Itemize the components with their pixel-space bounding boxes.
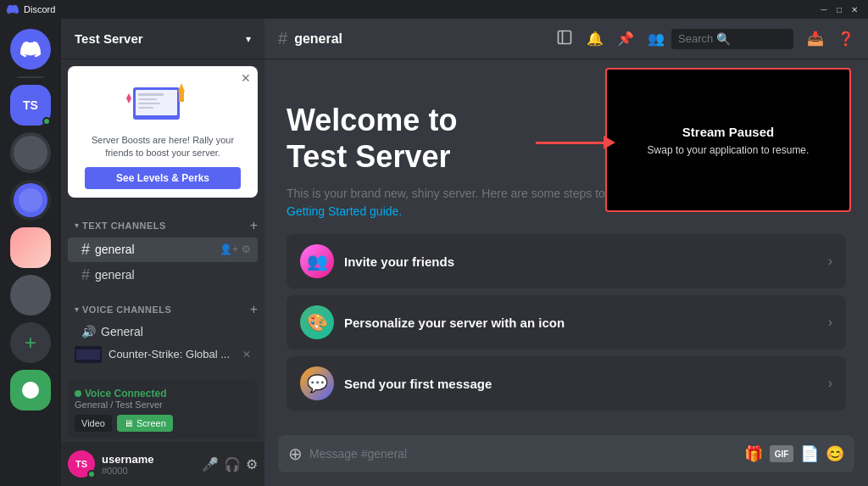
invite-friends-icon: 👥 xyxy=(300,244,334,278)
screen-button[interactable]: 🖥 Screen xyxy=(117,415,173,432)
svg-marker-9 xyxy=(126,93,131,103)
personalize-icon-card[interactable]: 🎨 Personalize your server with an icon › xyxy=(287,295,846,349)
message-input[interactable] xyxy=(309,447,737,461)
getting-started-link[interactable]: Getting Started guide. xyxy=(287,204,402,218)
channel-hash-icon: # xyxy=(81,241,90,259)
channel-item-general-2[interactable]: # general xyxy=(68,263,258,288)
channel-item-general-active[interactable]: # general 👤+ ⚙ xyxy=(68,237,258,262)
user-info: username #0000 xyxy=(102,453,195,476)
emoji-button[interactable]: 😊 xyxy=(826,444,844,463)
svg-rect-6 xyxy=(138,107,153,109)
arrow-line xyxy=(536,142,604,144)
message-input-area: ⊕ 🎁 GIF 📄 😊 xyxy=(264,435,868,486)
titlebar-controls: ─ □ ✕ xyxy=(817,3,861,16)
close-button[interactable]: ✕ xyxy=(848,3,861,16)
first-message-arrow: › xyxy=(828,376,832,391)
voice-channels-title: VOICE CHANNELS xyxy=(82,304,171,315)
first-message-icon: 💬 xyxy=(300,366,334,400)
notifications-icon[interactable]: 🔔 xyxy=(587,31,604,47)
see-levels-perks-button[interactable]: See Levels & Perks xyxy=(85,167,241,189)
stream-paused-subtitle: Swap to your application to resume. xyxy=(648,144,810,156)
headphones-button[interactable]: 🎧 xyxy=(224,456,241,472)
svg-rect-12 xyxy=(559,31,571,43)
inbox-icon[interactable]: 📥 xyxy=(807,31,824,47)
voice-channel-general[interactable]: 🔊 General xyxy=(68,321,258,342)
user-online-dot xyxy=(87,470,96,478)
speaker-icon: 🔊 xyxy=(81,325,96,338)
gift-icon[interactable]: 🎁 xyxy=(744,444,763,463)
main-content: # general 🔔 📌 👥 Search 🔍 📥 ❓ Stream Paus… xyxy=(264,19,868,486)
vc-connected-label: Voice Connected xyxy=(85,388,166,399)
channel-threads-icon[interactable] xyxy=(556,29,573,49)
server-icon-1[interactable] xyxy=(10,132,51,173)
add-member-icon[interactable]: 👤+ xyxy=(220,243,238,255)
titlebar-left: Discord xyxy=(7,3,55,15)
add-server-button[interactable]: + xyxy=(10,322,51,363)
members-icon[interactable]: 👥 xyxy=(648,31,665,47)
vc-status: Voice Connected xyxy=(75,388,251,399)
stream-paused-panel: Stream Paused Swap to your application t… xyxy=(605,68,851,212)
vc-location: General / Test Server xyxy=(75,399,251,410)
add-attachment-button[interactable]: ⊕ xyxy=(288,444,303,464)
channel-sections: ▾ TEXT CHANNELS + # general 👤+ ⚙ # gener… xyxy=(61,204,264,377)
add-text-channel-button[interactable]: + xyxy=(250,218,258,233)
username-display: username xyxy=(102,453,195,466)
svg-rect-8 xyxy=(179,92,184,102)
invite-friends-label: Invite your friends xyxy=(344,254,818,269)
settings-icon[interactable]: ⚙ xyxy=(242,243,251,255)
sticker-icon[interactable]: 📄 xyxy=(800,444,819,463)
screen-icon: 🖥 xyxy=(124,418,133,428)
channel-header-hash: # xyxy=(278,29,287,48)
voice-channels-header[interactable]: ▾ VOICE CHANNELS + xyxy=(61,288,264,321)
pin-icon[interactable]: 📌 xyxy=(617,31,634,47)
add-voice-channel-button[interactable]: + xyxy=(250,302,258,317)
server-icon-avatar[interactable] xyxy=(10,227,51,268)
titlebar-title: Discord xyxy=(24,4,55,14)
svg-point-0 xyxy=(22,382,39,399)
channel-header-name: general xyxy=(294,31,342,47)
personalize-label: Personalize your server with an icon xyxy=(344,316,818,330)
vc-dot xyxy=(75,390,81,397)
user-controls: 🎤 🎧 ⚙ xyxy=(202,456,258,472)
csgo-thumbnail xyxy=(75,346,102,363)
discord-home-icon[interactable] xyxy=(10,29,51,70)
server-dropdown-icon: ▾ xyxy=(246,33,251,45)
voice-channel-csgo[interactable]: Counter-Strike: Global ... ✕ xyxy=(68,343,258,366)
message-icons: 🎁 GIF 📄 😊 xyxy=(744,444,844,463)
server-icon-3[interactable] xyxy=(10,275,51,316)
boost-banner-text: Server Boosts are here! Rally your frien… xyxy=(76,134,249,160)
content-area: Stream Paused Swap to your application t… xyxy=(264,59,868,435)
voice-channels-chevron: ▾ xyxy=(75,304,79,314)
mic-button[interactable]: 🎤 xyxy=(202,456,219,472)
server-icon-green[interactable] xyxy=(10,370,51,411)
channel-name-general: general xyxy=(95,243,135,256)
text-channels-chevron: ▾ xyxy=(75,221,79,230)
video-button[interactable]: Video xyxy=(75,415,112,432)
invite-friends-arrow: › xyxy=(828,254,832,269)
arrow-indicator xyxy=(536,136,615,149)
server-list: TS + xyxy=(0,19,61,486)
channel-sidebar: Test Server ▾ ✕ xyxy=(61,19,264,486)
app-body: TS + Test Server ▾ xyxy=(0,19,868,486)
server-divider xyxy=(17,76,44,78)
server-icon-2[interactable] xyxy=(10,180,51,221)
first-message-label: Send your first message xyxy=(344,377,818,391)
user-settings-button[interactable]: ⚙ xyxy=(246,456,258,472)
svg-rect-5 xyxy=(138,103,160,104)
help-icon[interactable]: ❓ xyxy=(837,31,854,47)
search-bar[interactable]: Search 🔍 xyxy=(671,29,793,49)
first-message-card[interactable]: 💬 Send your first message › xyxy=(287,356,846,411)
server-icon-ts[interactable]: TS xyxy=(10,85,51,126)
minimize-button[interactable]: ─ xyxy=(817,3,831,16)
invite-friends-card[interactable]: 👥 Invite your friends › xyxy=(287,234,846,288)
svg-rect-4 xyxy=(138,98,157,100)
server-header[interactable]: Test Server ▾ xyxy=(61,19,264,59)
svg-rect-11 xyxy=(76,349,100,360)
gif-button[interactable]: GIF xyxy=(770,445,793,462)
stream-paused-title: Stream Paused xyxy=(682,125,774,139)
maximize-button[interactable]: □ xyxy=(832,3,846,16)
text-channels-header[interactable]: ▾ TEXT CHANNELS + xyxy=(61,204,264,237)
server-name: Test Server xyxy=(75,31,143,46)
csgo-remove-icon[interactable]: ✕ xyxy=(242,349,251,360)
titlebar: Discord ─ □ ✕ xyxy=(0,0,868,19)
